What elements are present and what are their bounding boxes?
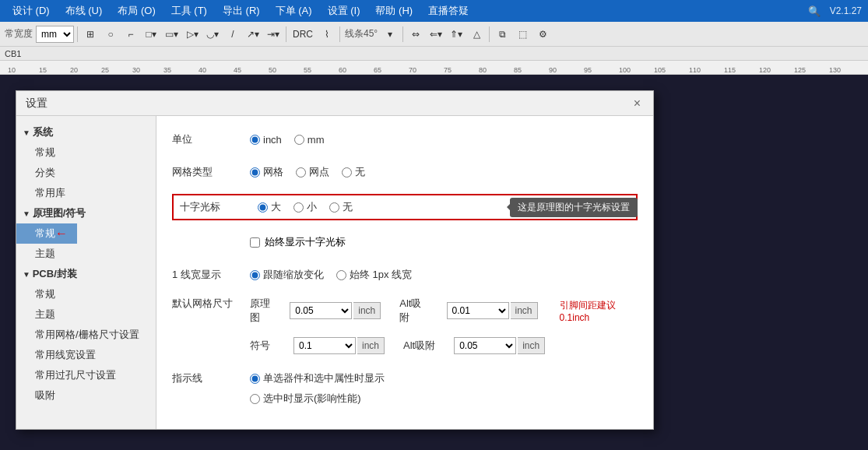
routing-icon[interactable]: ⌇ — [318, 25, 336, 44]
ruler-tick: 25 — [101, 66, 109, 74]
gridtype-grid-radio[interactable] — [250, 167, 260, 178]
guide-single-label: 单选器件和选中属性时显示 — [263, 371, 385, 385]
crosshair-small-radio[interactable] — [293, 202, 304, 213]
guide-single-option[interactable]: 单选器件和选中属性时显示 — [250, 371, 385, 385]
sidebar-section-pcb: PCB/封装 — [16, 264, 156, 284]
circle-icon[interactable]: ○ — [101, 25, 120, 44]
unit-mm-radio[interactable] — [294, 135, 304, 145]
search-icon[interactable]: 🔍 — [808, 5, 821, 17]
menu-design[interactable]: 设计 (D) — [6, 2, 56, 19]
crosshair-small[interactable]: 小 — [293, 200, 317, 214]
tab-icon[interactable]: ⇥▾ — [264, 25, 283, 44]
3d-icon[interactable]: ⬚ — [513, 25, 532, 44]
grid-icon[interactable]: ⊞ — [81, 25, 100, 44]
unit-inch-label: inch — [263, 134, 282, 146]
menu-live[interactable]: 直播答疑 — [422, 2, 475, 19]
menu-help[interactable]: 帮助 (H) — [369, 2, 419, 19]
alt-symbol-select[interactable]: 0.05 0.01 — [454, 337, 516, 354]
menu-export[interactable]: 导出 (R) — [216, 2, 266, 19]
measure-icon[interactable]: △ — [467, 25, 486, 44]
separator4 — [402, 26, 403, 42]
linewidth-label: 1 线宽显示 — [172, 268, 250, 282]
grid-symbol-select[interactable]: 0.1 0.05 — [293, 337, 356, 354]
menu-route[interactable]: 布线 (U) — [59, 2, 109, 19]
rect-icon[interactable]: □▾ — [142, 25, 160, 44]
arrow-icon[interactable]: ↗▾ — [244, 25, 262, 44]
grid-schematic-select[interactable]: 0.05 0.1 0.025 — [290, 302, 352, 319]
alt-snap-label1: Alt吸附 — [399, 297, 427, 325]
always-crosshair-check[interactable]: 始终显示十字光标 — [250, 235, 346, 249]
gridtype-dot-radio[interactable] — [296, 167, 306, 178]
ruler-tick: 85 — [514, 66, 522, 74]
grid-type-none[interactable]: 无 — [342, 165, 365, 179]
crosshair-large-radio[interactable] — [258, 202, 268, 213]
crosshair-tooltip: 这是原理图的十字光标设置 — [510, 198, 638, 217]
unit-mm-option[interactable]: mm — [294, 134, 325, 146]
drc-button[interactable]: DRC — [290, 25, 316, 44]
linewidth-scale-radio[interactable] — [250, 270, 260, 280]
unit-inch-radio[interactable] — [250, 135, 260, 145]
linewidth-1px-radio[interactable] — [336, 270, 346, 280]
corner-icon[interactable]: ⌐ — [121, 25, 140, 44]
mirror-icon[interactable]: ⇔ — [406, 25, 425, 44]
separator5 — [489, 26, 490, 42]
menu-settings[interactable]: 设置 (I) — [322, 2, 367, 19]
sidebar-item-pcb-via[interactable]: 常用过孔尺寸设置 — [16, 365, 156, 385]
guide-line-option2: 选中时显示(影响性能) — [250, 392, 361, 406]
poly-icon[interactable]: ▷▾ — [183, 25, 202, 44]
horizontal-ruler: 10 15 20 25 30 35 40 45 50 55 60 65 70 7… — [0, 61, 868, 75]
sidebar-item-general[interactable]: 常规 — [16, 142, 156, 163]
separator3 — [339, 26, 340, 42]
layers-icon[interactable]: ⧉ — [493, 25, 511, 44]
linewidth-1px[interactable]: 始终 1px 线宽 — [336, 268, 412, 282]
menu-tools[interactable]: 工具 (T) — [165, 2, 213, 19]
sidebar-item-category[interactable]: 分类 — [16, 163, 156, 183]
alt-snap-label2: Alt吸附 — [403, 339, 435, 353]
grid-type-grid[interactable]: 网格 — [250, 165, 283, 179]
menu-order[interactable]: 下单 (A) — [269, 2, 318, 19]
grid-schematic-row: 原理图 0.05 0.1 0.025 inch — [250, 297, 638, 325]
guide-selected-radio[interactable] — [250, 394, 260, 404]
rect2-icon[interactable]: ▭▾ — [162, 25, 181, 44]
crosshair-none[interactable]: 无 — [329, 200, 353, 214]
grid-schematic-input-group: 0.05 0.1 0.025 inch — [290, 302, 381, 319]
menu-bar: 设计 (D) 布线 (U) 布局 (O) 工具 (T) 导出 (R) 下单 (A… — [0, 0, 868, 22]
separator — [77, 26, 78, 42]
linewidth-scale[interactable]: 跟随缩放变化 — [250, 268, 324, 282]
alt-schematic-select[interactable]: 0.01 0.05 — [447, 302, 509, 319]
settings-icon[interactable]: ⚙ — [533, 25, 552, 44]
ruler-tick: 130 — [829, 66, 841, 74]
guide-selected-option[interactable]: 选中时显示(影响性能) — [250, 392, 361, 406]
ruler-tick: 60 — [339, 66, 346, 74]
unit-inch-option[interactable]: inch — [250, 134, 282, 146]
menu-layout[interactable]: 布局 (O) — [111, 2, 161, 19]
always-crosshair-checkbox[interactable] — [250, 237, 260, 248]
sidebar-item-schematic-general[interactable]: 常规 ← — [16, 223, 77, 244]
ruler-tick: 50 — [269, 66, 276, 74]
grid-type-dot[interactable]: 网点 — [296, 165, 329, 179]
gridtype-none-radio[interactable] — [342, 167, 352, 178]
gridtype-none-label: 无 — [355, 165, 365, 179]
sidebar-item-schematic-theme[interactable]: 主题 — [16, 244, 156, 264]
line-icon[interactable]: / — [223, 25, 242, 44]
sidebar-item-commonlib[interactable]: 常用库 — [16, 183, 156, 203]
ruler-tick: 100 — [619, 66, 631, 74]
sidebar-item-pcb-grid[interactable]: 常用网格/栅格尺寸设置 — [16, 325, 156, 345]
align-icon[interactable]: ⇐▾ — [427, 25, 445, 44]
unit-label: 单位 — [172, 132, 250, 146]
guide-single-radio[interactable] — [250, 374, 260, 384]
crosshair-none-label: 无 — [343, 200, 353, 214]
arc-icon[interactable]: ◡▾ — [203, 25, 222, 44]
crosshair-none-radio[interactable] — [329, 202, 339, 213]
dist-icon[interactable]: ⇑▾ — [447, 25, 466, 44]
crosshair-large[interactable]: 大 — [258, 200, 281, 214]
sidebar-item-pcb-theme[interactable]: 主题 — [16, 304, 156, 325]
ruler-tick: 40 — [199, 66, 206, 74]
angle-dropdown[interactable]: ▾ — [381, 25, 399, 44]
sidebar-item-pcb-snap[interactable]: 吸附 — [16, 385, 156, 406]
dialog-titlebar: 设置 × — [16, 91, 653, 116]
unit-select[interactable]: mm inch mil — [36, 26, 74, 43]
sidebar-item-pcb-general[interactable]: 常规 — [16, 284, 156, 304]
dialog-close-button[interactable]: × — [631, 97, 644, 111]
sidebar-item-pcb-linewidth[interactable]: 常用线宽设置 — [16, 345, 156, 365]
